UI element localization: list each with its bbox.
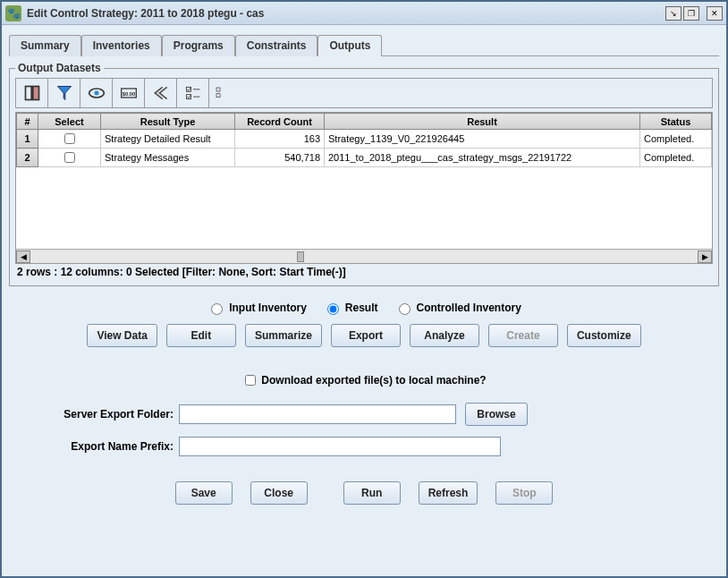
col-select[interactable]: Select bbox=[38, 114, 101, 130]
download-row: Download exported file(s) to local machi… bbox=[9, 372, 719, 388]
tab-summary[interactable]: Summary bbox=[9, 35, 81, 56]
analyze-button[interactable]: Analyze bbox=[410, 324, 479, 347]
cell-status: Completed. bbox=[640, 149, 712, 167]
create-button: Create bbox=[488, 324, 558, 347]
table-row[interactable]: 1 Strategy Detailed Result 163 Strategy_… bbox=[17, 130, 712, 149]
edit-button[interactable]: Edit bbox=[166, 324, 236, 347]
stop-button: Stop bbox=[495, 481, 553, 505]
cell-result-type: Strategy Detailed Result bbox=[101, 130, 235, 149]
cell-record-count: 163 bbox=[235, 130, 325, 149]
show-hide-icon[interactable] bbox=[80, 79, 113, 107]
reset-icon[interactable] bbox=[145, 79, 177, 107]
download-label: Download exported file(s) to local machi… bbox=[261, 374, 486, 387]
select-all-icon[interactable] bbox=[16, 79, 48, 107]
radio-input-inventory[interactable]: Input Inventory bbox=[207, 301, 307, 315]
svg-rect-10 bbox=[216, 88, 220, 91]
table-status-line: 2 rows : 12 columns: 0 Selected [Filter:… bbox=[15, 264, 713, 280]
maximize-icon[interactable]: ❐ bbox=[683, 6, 699, 21]
tab-inventories[interactable]: Inventories bbox=[81, 35, 162, 56]
svg-rect-0 bbox=[25, 87, 31, 100]
export-button[interactable]: Export bbox=[331, 324, 401, 347]
cell-result-type: Strategy Messages bbox=[101, 149, 235, 167]
tab-constraints[interactable]: Constraints bbox=[235, 35, 318, 56]
output-datasets-fieldset: Output Datasets $0.00 bbox=[9, 62, 719, 286]
col-record-count[interactable]: Record Count bbox=[235, 114, 325, 130]
view-data-button[interactable]: View Data bbox=[87, 324, 157, 347]
format-icon[interactable]: $0.00 bbox=[113, 79, 145, 107]
radio-controlled-inventory[interactable]: Controlled Inventory bbox=[394, 301, 521, 315]
tab-bar: Summary Inventories Programs Constraints… bbox=[9, 34, 719, 56]
bottom-button-row: Save Close Run Refresh Stop bbox=[9, 481, 719, 505]
row-number: 1 bbox=[17, 130, 38, 149]
server-export-folder-label: Server Export Folder: bbox=[21, 408, 174, 421]
cell-record-count: 540,718 bbox=[235, 149, 325, 167]
results-table-wrap: # Select Result Type Record Count Result… bbox=[15, 112, 713, 264]
horizontal-scrollbar[interactable]: ◀ ▶ bbox=[16, 249, 712, 263]
action-button-row: View Data Edit Summarize Export Analyze … bbox=[9, 324, 719, 347]
close-button[interactable]: Close bbox=[250, 481, 308, 505]
minimize-internal-icon[interactable]: ↘ bbox=[665, 6, 681, 21]
uncheck-icon[interactable] bbox=[209, 79, 712, 107]
cell-status: Completed. bbox=[640, 130, 712, 149]
row-select-checkbox[interactable] bbox=[64, 152, 75, 163]
edit-control-strategy-window: 🐾 Edit Control Strategy: 2011 to 2018 pt… bbox=[0, 0, 728, 578]
save-button[interactable]: Save bbox=[175, 481, 233, 505]
checklist-icon[interactable] bbox=[177, 79, 209, 107]
row-select-checkbox[interactable] bbox=[64, 133, 75, 144]
filter-icon[interactable] bbox=[48, 79, 80, 107]
cell-result: 2011_to_2018_ptegu___cas_strategy_msgs_2… bbox=[325, 149, 640, 167]
view-mode-radios: Input Inventory Result Controlled Invent… bbox=[9, 301, 719, 315]
scroll-track[interactable] bbox=[30, 251, 698, 263]
server-export-folder-row: Server Export Folder: Browse bbox=[21, 403, 719, 426]
server-export-folder-input[interactable] bbox=[179, 404, 456, 424]
run-button[interactable]: Run bbox=[343, 481, 401, 505]
export-name-prefix-input[interactable] bbox=[179, 437, 501, 456]
svg-rect-1 bbox=[32, 87, 38, 100]
scroll-left-icon[interactable]: ◀ bbox=[16, 251, 30, 263]
tab-outputs[interactable]: Outputs bbox=[317, 35, 382, 56]
svg-rect-11 bbox=[216, 94, 220, 98]
output-datasets-legend: Output Datasets bbox=[15, 62, 104, 74]
svg-point-3 bbox=[94, 91, 98, 96]
scroll-thumb[interactable] bbox=[297, 251, 304, 262]
content-pane: Summary Inventories Programs Constraints… bbox=[2, 25, 726, 576]
window-title: Edit Control Strategy: 2011 to 2018 pteg… bbox=[27, 7, 664, 20]
row-select-cell[interactable] bbox=[38, 130, 101, 149]
summarize-button[interactable]: Summarize bbox=[245, 324, 322, 347]
refresh-button[interactable]: Refresh bbox=[419, 481, 478, 505]
download-checkbox[interactable] bbox=[245, 375, 256, 386]
app-icon: 🐾 bbox=[5, 5, 21, 21]
titlebar: 🐾 Edit Control Strategy: 2011 to 2018 pt… bbox=[2, 2, 726, 25]
export-name-prefix-label: Export Name Prefix: bbox=[21, 440, 174, 453]
scroll-right-icon[interactable]: ▶ bbox=[698, 251, 712, 263]
results-table: # Select Result Type Record Count Result… bbox=[16, 113, 712, 167]
svg-text:$0.00: $0.00 bbox=[122, 91, 135, 97]
col-result[interactable]: Result bbox=[325, 114, 640, 130]
export-name-prefix-row: Export Name Prefix: bbox=[21, 437, 719, 456]
table-row[interactable]: 2 Strategy Messages 540,718 2011_to_2018… bbox=[17, 149, 712, 167]
browse-button[interactable]: Browse bbox=[465, 403, 528, 426]
tab-programs[interactable]: Programs bbox=[162, 35, 235, 56]
col-result-type[interactable]: Result Type bbox=[101, 114, 235, 130]
col-status[interactable]: Status bbox=[640, 114, 712, 130]
customize-button[interactable]: Customize bbox=[567, 324, 641, 347]
toolbar: $0.00 bbox=[15, 78, 713, 108]
row-select-cell[interactable] bbox=[38, 149, 101, 167]
radio-result[interactable]: Result bbox=[323, 301, 378, 315]
col-rownum[interactable]: # bbox=[17, 114, 38, 130]
cell-result: Strategy_1139_V0_221926445 bbox=[325, 130, 640, 149]
close-icon[interactable]: ✕ bbox=[707, 6, 723, 21]
row-number: 2 bbox=[17, 149, 38, 167]
